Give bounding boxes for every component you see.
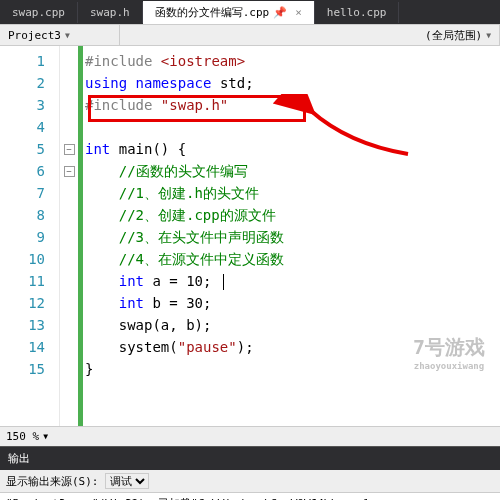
fold-toggle[interactable]: −: [64, 166, 75, 177]
tab-bar: swap.cpp swap.h 函数的分文件编写.cpp📌× hello.cpp: [0, 0, 500, 24]
output-source-label: 显示输出来源(S):: [6, 474, 99, 489]
output-source-dropdown[interactable]: 调试: [105, 473, 149, 489]
zoom-bar: 150 % ▼: [0, 426, 500, 446]
nav-toolbar: Project3▼ (全局范围)▼: [0, 24, 500, 46]
code-area[interactable]: #include <iostream> using namespace std;…: [85, 46, 500, 426]
chevron-down-icon: ▼: [65, 31, 70, 40]
fold-toggle[interactable]: −: [64, 144, 75, 155]
scope-dropdown[interactable]: (全局范围)▼: [417, 25, 500, 45]
tab-main-cpp[interactable]: 函数的分文件编写.cpp📌×: [143, 1, 315, 24]
pin-icon[interactable]: 📌: [273, 6, 287, 19]
output-toolbar: 显示输出来源(S): 调试: [0, 470, 500, 493]
line-numbers: 123456789101112131415: [0, 46, 60, 426]
chevron-down-icon: ▼: [486, 31, 491, 40]
chevron-down-icon[interactable]: ▼: [43, 432, 48, 441]
fold-column: − −: [60, 46, 78, 426]
tab-swap-h[interactable]: swap.h: [78, 2, 143, 23]
output-text[interactable]: "Project3.exe"(Win32): 已加载"C:\Windows\Sy…: [0, 493, 500, 500]
output-header: 输出: [0, 446, 500, 470]
text-cursor: [223, 274, 224, 290]
project-dropdown[interactable]: Project3▼: [0, 25, 120, 45]
close-icon[interactable]: ×: [295, 6, 302, 19]
tab-hello-cpp[interactable]: hello.cpp: [315, 2, 400, 23]
zoom-level[interactable]: 150 %: [6, 430, 39, 443]
tab-swap-cpp[interactable]: swap.cpp: [0, 2, 78, 23]
code-editor[interactable]: 123456789101112131415 − − #include <iost…: [0, 46, 500, 426]
change-marker: [78, 46, 83, 426]
